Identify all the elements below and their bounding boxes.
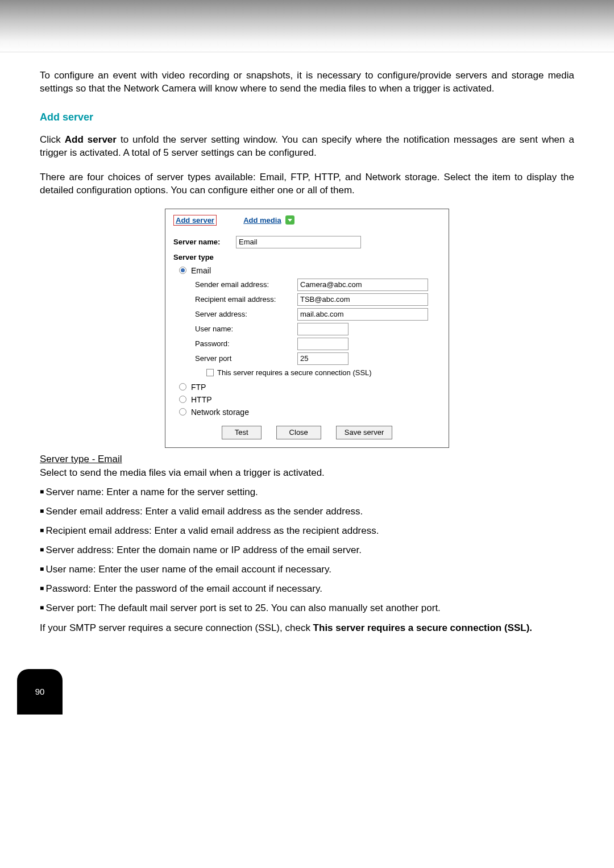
password-input[interactable] bbox=[297, 338, 349, 350]
para1-part-a: Click bbox=[40, 134, 65, 145]
save-server-button[interactable]: Save server bbox=[336, 426, 392, 439]
paragraph-1: Click Add server to unfold the server se… bbox=[40, 134, 574, 160]
bullet-4: Server address: Enter the domain name or… bbox=[40, 545, 574, 556]
bullet-6: Password: Enter the password of the emai… bbox=[40, 583, 574, 595]
server-address-label: Server address: bbox=[195, 310, 297, 318]
tail-b: This server requires a secure connection… bbox=[313, 622, 532, 633]
bullet-3: Recipient email address: Enter a valid e… bbox=[40, 525, 574, 537]
field-server-address: Server address: bbox=[173, 308, 441, 321]
section-heading-add-server: Add server bbox=[40, 111, 574, 123]
password-label: Password: bbox=[195, 339, 297, 348]
server-name-label: Server name: bbox=[173, 238, 236, 246]
page-content: To configure an event with video recordi… bbox=[0, 52, 614, 635]
close-button[interactable]: Close bbox=[276, 426, 321, 439]
radio-network-storage[interactable] bbox=[179, 408, 186, 416]
dropdown-icon[interactable] bbox=[285, 215, 294, 225]
radio-ftp[interactable] bbox=[179, 383, 186, 391]
server-type-header-row: Server type bbox=[173, 253, 441, 261]
subhead-server-type-email: Server type - Email bbox=[40, 454, 574, 465]
server-dialog: Add server Add media Server name: Server… bbox=[165, 209, 449, 448]
bullet-1: Server name: Enter a name for the server… bbox=[40, 487, 574, 498]
ssl-label: This server requires a secure connection… bbox=[217, 368, 372, 377]
sender-label: Sender email address: bbox=[195, 280, 297, 289]
server-address-input[interactable] bbox=[297, 308, 428, 321]
recipient-input[interactable] bbox=[297, 293, 428, 306]
radio-email-label: Email bbox=[191, 266, 211, 275]
radio-http-label: HTTP bbox=[191, 395, 212, 404]
tail-a: If your SMTP server requires a secure co… bbox=[40, 622, 313, 633]
dialog-button-row: Test Close Save server bbox=[173, 426, 441, 439]
para1-part-c: to unfold the server setting window. You… bbox=[40, 134, 574, 158]
header-gradient bbox=[0, 0, 614, 52]
radio-email[interactable] bbox=[179, 267, 186, 274]
test-button[interactable]: Test bbox=[222, 426, 262, 439]
tab-add-server[interactable]: Add server bbox=[173, 215, 217, 226]
radio-http-line: HTTP bbox=[179, 395, 441, 404]
ssl-row: This server requires a secure connection… bbox=[173, 368, 441, 377]
tail-paragraph: If your SMTP server requires a secure co… bbox=[40, 622, 574, 635]
server-type-header: Server type bbox=[173, 253, 236, 261]
bullet-5: User name: Enter the user name of the em… bbox=[40, 564, 574, 575]
field-server-port: Server port bbox=[173, 352, 441, 365]
sender-input[interactable] bbox=[297, 279, 428, 291]
username-input[interactable] bbox=[297, 323, 349, 335]
radio-http[interactable] bbox=[179, 396, 186, 403]
after-dialog: Server type - Email Select to send the m… bbox=[40, 454, 574, 479]
server-name-row: Server name: bbox=[173, 236, 441, 248]
radio-email-line: Email bbox=[179, 266, 441, 275]
paragraph-2: There are four choices of server types a… bbox=[40, 171, 574, 197]
dialog-wrap: Add server Add media Server name: Server… bbox=[40, 209, 574, 448]
server-port-label: Server port bbox=[195, 354, 297, 363]
bullet-7: Server port: The default mail server por… bbox=[40, 603, 574, 614]
radio-ftp-label: FTP bbox=[191, 383, 206, 392]
field-recipient: Recipient email address: bbox=[173, 293, 441, 306]
bullet-list: Server name: Enter a name for the server… bbox=[40, 487, 574, 614]
field-password: Password: bbox=[173, 338, 441, 350]
tab-add-media[interactable]: Add media bbox=[243, 216, 281, 225]
dialog-tabs: Add server Add media bbox=[173, 215, 441, 226]
intro-paragraph: To configure an event with video recordi… bbox=[40, 69, 574, 95]
radio-ftp-line: FTP bbox=[179, 383, 441, 392]
recipient-label: Recipient email address: bbox=[195, 295, 297, 304]
radio-network-storage-line: Network storage bbox=[179, 408, 441, 417]
username-label: User name: bbox=[195, 325, 297, 333]
para1-bold: Add server bbox=[65, 134, 117, 145]
page-number-tab: 90 bbox=[17, 669, 63, 715]
server-name-input[interactable] bbox=[236, 236, 361, 248]
bullet-2: Sender email address: Enter a valid emai… bbox=[40, 506, 574, 517]
page-number: 90 bbox=[35, 687, 45, 696]
field-sender: Sender email address: bbox=[173, 279, 441, 291]
subdesc: Select to send the media files via email… bbox=[40, 467, 574, 479]
radio-network-storage-label: Network storage bbox=[191, 408, 249, 417]
ssl-checkbox[interactable] bbox=[206, 369, 214, 376]
field-username: User name: bbox=[173, 323, 441, 335]
server-port-input[interactable] bbox=[297, 352, 349, 365]
